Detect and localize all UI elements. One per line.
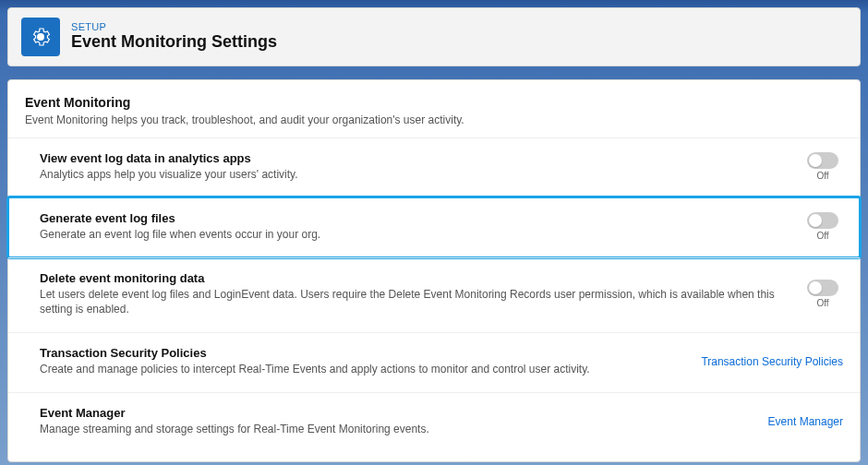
row-title: Transaction Security Policies bbox=[40, 346, 686, 360]
toggle-state-label: Off bbox=[816, 298, 828, 308]
toggle-view-analytics[interactable] bbox=[807, 152, 838, 169]
toggle-state-label: Off bbox=[816, 171, 828, 181]
toggle-state-label: Off bbox=[816, 231, 828, 241]
row-control: Off bbox=[802, 152, 843, 181]
row-title: Generate event log files bbox=[40, 211, 788, 225]
row-title: View event log data in analytics apps bbox=[40, 151, 788, 165]
row-control: Off bbox=[802, 280, 843, 308]
toggle-delete-data[interactable] bbox=[807, 280, 838, 296]
toggle-generate-logs[interactable] bbox=[807, 212, 838, 229]
row-title: Delete event monitoring data bbox=[40, 271, 788, 285]
row-texts: Delete event monitoring data Let users d… bbox=[40, 271, 802, 318]
row-title: Event Manager bbox=[40, 406, 753, 420]
row-texts: Transaction Security Policies Create and… bbox=[40, 346, 701, 377]
row-desc: Create and manage policies to intercept … bbox=[40, 362, 686, 377]
section-subtitle: Event Monitoring helps you track, troubl… bbox=[25, 113, 843, 126]
page-title: Event Monitoring Settings bbox=[71, 32, 277, 53]
setting-row-generate-logs: Generate event log files Generate an eve… bbox=[8, 197, 860, 257]
row-texts: View event log data in analytics apps An… bbox=[40, 151, 802, 183]
header-texts: SETUP Event Monitoring Settings bbox=[71, 21, 277, 53]
row-desc: Let users delete event log files and Log… bbox=[40, 287, 788, 318]
row-texts: Generate event log files Generate an eve… bbox=[40, 211, 802, 243]
setting-row-transaction-policies: Transaction Security Policies Create and… bbox=[8, 332, 860, 392]
row-texts: Event Manager Manage streaming and stora… bbox=[40, 406, 768, 437]
row-control: Off bbox=[802, 212, 843, 241]
section-header: Event Monitoring Event Monitoring helps … bbox=[8, 95, 860, 137]
section-title: Event Monitoring bbox=[25, 95, 843, 110]
row-desc: Analytics apps help you visualize your u… bbox=[40, 167, 788, 183]
setting-row-view-analytics: View event log data in analytics apps An… bbox=[8, 137, 860, 197]
setup-eyebrow: SETUP bbox=[71, 21, 277, 32]
link-event-manager[interactable]: Event Manager bbox=[768, 415, 843, 428]
gear-icon bbox=[30, 26, 52, 48]
link-transaction-security-policies[interactable]: Transaction Security Policies bbox=[701, 355, 843, 368]
page-header: SETUP Event Monitoring Settings bbox=[7, 7, 861, 66]
event-monitoring-panel: Event Monitoring Event Monitoring helps … bbox=[7, 79, 861, 462]
row-desc: Manage streaming and storage settings fo… bbox=[40, 422, 753, 437]
row-desc: Generate an event log file when events o… bbox=[40, 227, 788, 243]
gear-icon-tile bbox=[21, 18, 60, 56]
setting-row-event-manager: Event Manager Manage streaming and stora… bbox=[8, 392, 860, 452]
setting-row-delete-data: Delete event monitoring data Let users d… bbox=[8, 257, 860, 333]
